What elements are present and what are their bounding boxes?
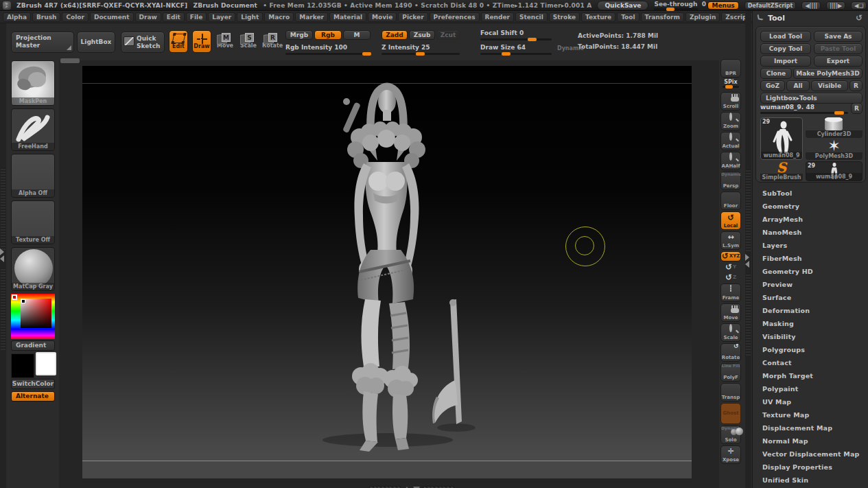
projection-master-button[interactable]: Projection Master xyxy=(11,32,74,53)
subpalette-polygroups[interactable]: Polygroups xyxy=(753,343,868,356)
local-button[interactable]: ↺Local xyxy=(720,211,741,230)
scroll-button[interactable]: Scroll xyxy=(720,92,741,111)
menu-macro[interactable]: Macro xyxy=(264,12,294,22)
aahalf-button[interactable]: AAHalf xyxy=(720,152,741,170)
zoom-button[interactable]: Zoom xyxy=(720,112,741,130)
subpalette-masking[interactable]: Masking xyxy=(753,317,868,330)
default-zscript-button[interactable]: DefaultZScript xyxy=(744,1,797,10)
tool-r-button[interactable]: R xyxy=(851,103,863,114)
frame-button[interactable]: Frame xyxy=(720,283,741,302)
gradient-button[interactable]: Gradient xyxy=(11,340,55,351)
mrgb-button[interactable]: Mrgb xyxy=(285,30,313,40)
palette-collapse-icon[interactable]: ❮ xyxy=(754,13,764,23)
draw-mode-button[interactable]: Draw xyxy=(192,30,211,53)
rgb-button[interactable]: Rgb xyxy=(314,30,342,40)
subpalette-uv-map[interactable]: UV Map xyxy=(753,395,868,408)
transp-button[interactable]: Transp xyxy=(720,383,741,402)
alternate-button[interactable]: Alternate xyxy=(11,391,55,402)
copy-tool-button[interactable]: Copy Tool xyxy=(760,43,811,54)
xpose-button[interactable]: ✛Xpose xyxy=(720,445,741,464)
menu-tool[interactable]: Tool xyxy=(617,12,639,22)
menu-document[interactable]: Document xyxy=(90,12,134,22)
tray-scroll-right-icon[interactable]: ||||▶ xyxy=(826,1,845,10)
save-as-button[interactable]: Save As xyxy=(814,31,863,42)
document-canvas[interactable] xyxy=(82,66,692,478)
actual-button[interactable]: Actual xyxy=(720,132,741,150)
secondary-color-swatch[interactable] xyxy=(36,352,56,375)
z-button[interactable]: ↺Z xyxy=(720,273,741,282)
lightbox-button[interactable]: LightBox xyxy=(77,32,115,53)
rgb-intensity-handle[interactable] xyxy=(362,52,371,56)
menu-stroke[interactable]: Stroke xyxy=(549,12,580,22)
quick-sketch-button[interactable]: Quick Sketch xyxy=(121,32,165,53)
polyf-button[interactable]: Line FillPolyF xyxy=(720,363,741,382)
edit-mode-button[interactable]: Edit xyxy=(169,30,188,53)
subpalette-display-properties[interactable]: Display Properties xyxy=(753,461,868,474)
right-tray-toggle-icon[interactable] xyxy=(745,253,749,268)
palette-restore-icon[interactable]: ↺ xyxy=(856,13,863,23)
subpalette-morph-target[interactable]: Morph Target xyxy=(753,369,868,382)
scale-button[interactable]: Scale xyxy=(720,323,741,342)
zsub-button[interactable]: Zsub xyxy=(409,30,435,40)
menu-preferences[interactable]: Preferences xyxy=(430,12,480,22)
hue-selector[interactable] xyxy=(12,294,17,300)
menu-stencil[interactable]: Stencil xyxy=(515,12,548,22)
subpalette-displacement-map[interactable]: Displacement Map xyxy=(753,421,868,434)
subpalette-subtool[interactable]: SubTool xyxy=(753,187,868,200)
menus-button[interactable]: Menus xyxy=(707,1,738,10)
spix-slider[interactable] xyxy=(723,86,739,88)
color-picker[interactable] xyxy=(11,294,55,339)
subpalette-geometry-hd[interactable]: Geometry HD xyxy=(753,265,868,278)
menu-light[interactable]: Light xyxy=(237,12,263,22)
menu-brush[interactable]: Brush xyxy=(32,12,60,22)
subpalette-vector-displacement-map[interactable]: Vector Displacement Map xyxy=(753,448,868,461)
current-brush-thumbnail[interactable]: MaskPen xyxy=(11,60,55,106)
see-through-slider[interactable]: See-through 0 xyxy=(654,1,702,10)
subpalette-polypaint[interactable]: Polypaint xyxy=(753,382,868,395)
subpalette-geometry[interactable]: Geometry xyxy=(753,200,868,213)
tray-scroll-left-icon[interactable]: ◀|||| xyxy=(801,1,821,10)
subpalette-contact[interactable]: Contact xyxy=(753,356,868,369)
solo-button[interactable]: DynamicSolo xyxy=(720,426,741,444)
l-sym-button[interactable]: ↔L.Sym xyxy=(720,231,741,250)
menu-draw[interactable]: Draw xyxy=(135,12,161,22)
active-tool-handle[interactable] xyxy=(834,111,844,115)
subpalette-unified-skin[interactable]: Unified Skin xyxy=(753,474,868,487)
menu-color[interactable]: Color xyxy=(62,12,89,22)
menu-zplugin[interactable]: Zplugin xyxy=(685,12,720,22)
rotate-button[interactable]: Rotate xyxy=(720,343,741,362)
subpalette-texture-map[interactable]: Texture Map xyxy=(753,408,868,421)
menu-file[interactable]: File xyxy=(186,12,207,22)
focal-shift-handle[interactable] xyxy=(528,38,537,41)
active-tool-slider[interactable]: wuman08_9. 48 xyxy=(760,104,848,114)
export-button[interactable]: Export xyxy=(814,56,863,67)
persp-button[interactable]: DynamicPersp xyxy=(720,172,741,190)
cylinder3d-item[interactable]: Cylinder3D xyxy=(806,117,863,138)
zcut-button[interactable]: Zcut xyxy=(436,30,460,40)
left-tray-toggle-icon[interactable] xyxy=(0,247,4,262)
prev-document-icon[interactable]: ◀❏ xyxy=(851,1,867,10)
bpr-button[interactable]: BPR xyxy=(720,59,741,78)
menu-layer[interactable]: Layer xyxy=(208,12,235,22)
current-tool-thumbnail[interactable]: 29 wuman08_9 xyxy=(760,117,803,160)
m-button[interactable]: M xyxy=(343,30,371,40)
rgb-intensity-slider[interactable]: Rgb Intensity 100 xyxy=(285,44,371,55)
z-intensity-handle[interactable] xyxy=(416,52,425,56)
all-button[interactable]: All xyxy=(786,80,810,91)
z-intensity-slider[interactable]: Z Intensity 25 xyxy=(382,44,460,55)
menu-alpha[interactable]: Alpha xyxy=(3,12,31,22)
draw-size-slider[interactable]: Draw Size 64 xyxy=(480,44,552,55)
saturation-square[interactable] xyxy=(21,299,51,329)
subpalette-preview[interactable]: Preview xyxy=(753,278,868,291)
subpalette-arraymesh[interactable]: ArrayMesh xyxy=(753,213,868,226)
spix-button[interactable]: SPix xyxy=(720,79,741,91)
focal-shift-slider[interactable]: Focal Shift 0 xyxy=(480,30,552,40)
paste-tool-button[interactable]: Paste Tool xyxy=(814,43,863,54)
menu-material[interactable]: Material xyxy=(329,12,366,22)
material-thumbnail[interactable]: MatCap Gray xyxy=(11,247,55,291)
rotate-mode-button[interactable]: R Rotate xyxy=(262,30,281,53)
clone-button[interactable]: Clone xyxy=(760,68,792,79)
subpalette-fibermesh[interactable]: FiberMesh xyxy=(753,252,868,265)
move-mode-button[interactable]: M Move xyxy=(215,30,235,53)
visible-button[interactable]: Visible xyxy=(811,80,848,91)
